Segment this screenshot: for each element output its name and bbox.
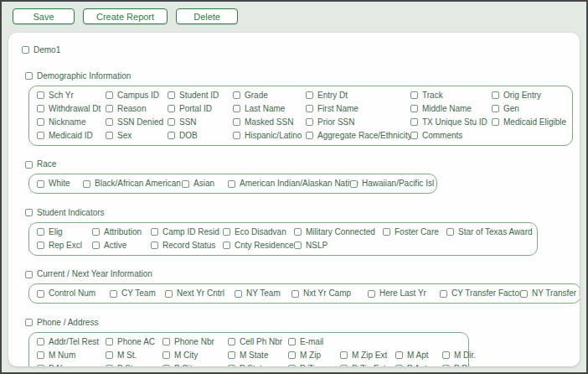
checkbox-medicaid-eligible[interactable]: Medicaid Eligible <box>492 117 566 127</box>
checkbox-box[interactable] <box>306 105 313 112</box>
checkbox-demo1[interactable]: Demo1 <box>22 45 60 55</box>
checkbox-box[interactable] <box>294 228 302 236</box>
checkbox-box[interactable] <box>340 365 348 366</box>
checkbox-box[interactable] <box>233 91 240 99</box>
checkbox-gen[interactable]: Gen <box>492 104 565 114</box>
delete-button[interactable]: Delete <box>176 8 238 24</box>
checkbox-box[interactable] <box>168 105 175 112</box>
checkbox-box[interactable] <box>162 338 170 345</box>
checkbox-m-zip-ext[interactable]: M Zip Ext <box>340 351 395 361</box>
checkbox-box[interactable] <box>442 351 450 359</box>
checkbox-box[interactable] <box>168 132 175 139</box>
checkbox-box[interactable] <box>168 118 175 126</box>
checkbox-p-state[interactable]: P State <box>228 364 288 367</box>
checkbox-box[interactable] <box>106 118 113 126</box>
checkbox-white[interactable]: White <box>37 179 83 189</box>
checkbox-box[interactable] <box>492 91 499 99</box>
checkbox-m-apt[interactable]: M Apt <box>395 351 442 361</box>
checkbox-entry-dt[interactable]: Entry Dt <box>306 91 410 101</box>
checkbox-box[interactable] <box>37 228 44 236</box>
checkbox-next-yr-cntrl[interactable]: Next Yr Cntrl <box>165 288 235 299</box>
checkbox-aggregate-race-ethnicity[interactable]: Aggregate Race/Ethnicity <box>306 131 410 141</box>
checkbox-active[interactable]: Active <box>92 241 151 251</box>
checkbox-hawaiian-pacific-isl[interactable]: Hawaiian/Pacific Isl <box>350 179 434 189</box>
checkbox-black-african-american[interactable]: Black/African American <box>83 179 182 189</box>
checkbox-box[interactable] <box>106 365 113 366</box>
checkbox-cy-transfer-factor[interactable]: CY Transfer Factor <box>440 288 520 299</box>
checkbox-box[interactable] <box>37 180 44 188</box>
checkbox-e-mail[interactable]: E-mail <box>288 337 340 347</box>
checkbox-box[interactable] <box>92 228 100 236</box>
checkbox-asian[interactable]: Asian <box>182 179 228 189</box>
checkbox-box[interactable] <box>106 338 113 345</box>
checkbox-box[interactable] <box>106 351 113 359</box>
checkbox-box[interactable] <box>37 242 44 249</box>
checkbox-section-current-next-year[interactable]: Current / Next Year Information <box>25 269 152 279</box>
checkbox-box[interactable] <box>291 290 299 298</box>
checkbox-box[interactable] <box>395 365 403 366</box>
checkbox-box[interactable] <box>306 91 313 99</box>
checkbox-box[interactable] <box>37 132 44 139</box>
checkbox-box[interactable] <box>37 351 44 359</box>
checkbox-box[interactable] <box>228 365 235 366</box>
checkbox-medicaid-id[interactable]: Medicaid ID <box>37 131 106 141</box>
checkbox-box[interactable] <box>106 105 113 112</box>
checkbox-box[interactable] <box>168 91 175 99</box>
checkbox-elig[interactable]: Elig <box>37 227 92 237</box>
checkbox-box[interactable] <box>25 209 33 216</box>
checkbox-box[interactable] <box>228 351 235 359</box>
checkbox-box[interactable] <box>492 118 499 126</box>
checkbox-box[interactable] <box>37 105 44 112</box>
checkbox-star-of-texas-award[interactable]: Star of Texas Award <box>446 227 533 237</box>
checkbox-prior-ssn[interactable]: Prior SSN <box>306 117 410 127</box>
checkbox-m-num[interactable]: M Num <box>37 351 106 361</box>
checkbox-p-city[interactable]: P City <box>162 364 228 367</box>
checkbox-withdrawal-dt[interactable]: Withdrawal Dt <box>37 104 106 114</box>
checkbox-m-st[interactable]: M St. <box>106 351 162 361</box>
checkbox-phone-ac[interactable]: Phone AC <box>106 337 162 347</box>
checkbox-box[interactable] <box>306 132 313 139</box>
checkbox-box[interactable] <box>410 91 418 99</box>
checkbox-box[interactable] <box>446 228 454 236</box>
checkbox-box[interactable] <box>83 180 90 188</box>
checkbox-ny-team[interactable]: NY Team <box>235 288 291 299</box>
checkbox-box[interactable] <box>383 228 390 236</box>
checkbox-box[interactable] <box>306 118 313 126</box>
checkbox-box[interactable] <box>410 118 418 126</box>
checkbox-box[interactable] <box>92 242 100 249</box>
checkbox-grade[interactable]: Grade <box>233 91 306 101</box>
checkbox-section-phone-address[interactable]: Phone / Address <box>25 318 98 328</box>
checkbox-box[interactable] <box>165 290 173 298</box>
checkbox-box[interactable] <box>182 180 189 188</box>
checkbox-box[interactable] <box>492 105 499 112</box>
checkbox-box[interactable] <box>440 290 447 298</box>
checkbox-cnty-residence[interactable]: Cnty Residence <box>223 241 294 251</box>
checkbox-box[interactable] <box>442 365 450 366</box>
checkbox-masked-ssn[interactable]: Masked SSN <box>233 117 306 127</box>
checkbox-here-last-yr[interactable]: Here Last Yr <box>368 288 440 299</box>
checkbox-sch-yr[interactable]: Sch Yr <box>37 91 106 101</box>
checkbox-ssn-denied[interactable]: SSN Denied <box>106 117 168 127</box>
checkbox-track[interactable]: Track <box>410 91 492 101</box>
checkbox-m-dir[interactable]: M Dir. <box>442 351 476 361</box>
checkbox-box[interactable] <box>106 132 113 139</box>
checkbox-ny-transfer-factor[interactable]: NY Transfer Factor <box>520 288 580 299</box>
checkbox-box[interactable] <box>233 132 240 139</box>
checkbox-demo1-box[interactable] <box>22 46 29 54</box>
checkbox-campus-id[interactable]: Campus ID <box>106 91 168 101</box>
checkbox-sex[interactable]: Sex <box>106 131 168 141</box>
checkbox-box[interactable] <box>294 242 302 249</box>
checkbox-p-zip[interactable]: P Zip <box>288 364 340 367</box>
checkbox-box[interactable] <box>228 180 235 188</box>
checkbox-box[interactable] <box>368 290 375 298</box>
checkbox-m-zip[interactable]: M Zip <box>288 351 340 361</box>
checkbox-box[interactable] <box>233 118 240 126</box>
checkbox-box[interactable] <box>151 228 158 236</box>
checkbox-foster-care[interactable]: Foster Care <box>383 227 446 237</box>
checkbox-record-status[interactable]: Record Status <box>151 241 223 251</box>
checkbox-cy-team[interactable]: CY Team <box>110 288 165 299</box>
checkbox-reason[interactable]: Reason <box>106 104 168 114</box>
checkbox-p-st[interactable]: P St. <box>106 364 162 367</box>
checkbox-hispanic-latino[interactable]: Hispanic/Latino <box>233 131 306 141</box>
checkbox-cell-ph-nbr[interactable]: Cell Ph Nbr <box>228 337 288 347</box>
